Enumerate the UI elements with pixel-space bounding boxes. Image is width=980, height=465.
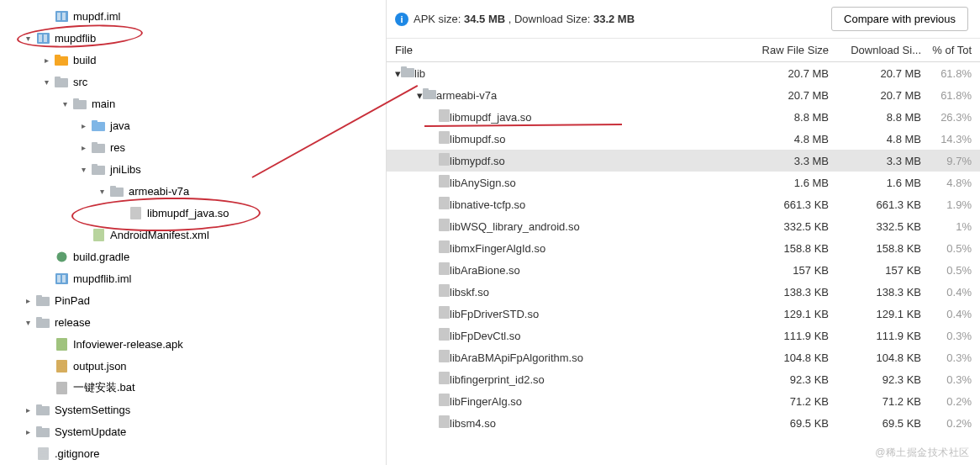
- module-icon: [54, 272, 69, 285]
- expander-icon[interactable]: ▾: [59, 99, 71, 108]
- tree-row[interactable]: libmupdf_java.so: [0, 202, 386, 224]
- file-name: libfingerprint_id2.so: [450, 373, 545, 386]
- expander-icon[interactable]: ▸: [77, 143, 89, 152]
- table-row[interactable]: libnative-tcfp.so661.3 KB661.3 KB1.9%: [387, 193, 980, 215]
- tree-row[interactable]: ▾jniLibs: [0, 158, 386, 180]
- svg-rect-42: [58, 365, 66, 367]
- svg-rect-39: [58, 346, 63, 347]
- svg-rect-98: [440, 311, 448, 313]
- tree-row[interactable]: ▾release: [0, 311, 386, 333]
- tree-row[interactable]: ▾armeabi-v7a: [0, 180, 386, 202]
- tree-row[interactable]: ▸SystemSettings: [0, 399, 386, 420]
- svg-rect-95: [440, 292, 445, 293]
- expander-icon[interactable]: ▾: [22, 318, 34, 327]
- col-file-header[interactable]: File: [387, 44, 751, 56]
- tree-item-label: SystemUpdate: [55, 425, 126, 438]
- expander-icon[interactable]: ▾: [417, 89, 423, 102]
- svg-rect-83: [440, 226, 445, 228]
- table-row[interactable]: libWSQ_library_android.so332.5 KB332.5 K…: [387, 215, 980, 237]
- tree-row[interactable]: ▸build: [0, 49, 386, 71]
- table-row[interactable]: libAraBMApiFpAlgorithm.so104.8 KB104.8 K…: [387, 346, 980, 368]
- svg-rect-91: [440, 270, 445, 272]
- expander-icon[interactable]: ▸: [22, 405, 34, 415]
- tree-row[interactable]: Infoviewer-release.apk: [0, 333, 386, 355]
- table-row[interactable]: libfingerprint_id2.so92.3 KB92.3 KB0.3%: [387, 368, 980, 390]
- svg-rect-38: [58, 343, 66, 345]
- raw-size: 129.1 KB: [751, 308, 834, 320]
- tree-row[interactable]: ▾main: [0, 92, 386, 114]
- table-row[interactable]: libFpDevCtl.so111.9 KB111.9 KB0.3%: [387, 325, 980, 346]
- tree-row[interactable]: output.json: [0, 355, 386, 377]
- svg-rect-69: [440, 156, 448, 157]
- expander-icon[interactable]: ▾: [96, 187, 108, 196]
- expander-icon[interactable]: ▾: [22, 34, 34, 43]
- svg-rect-30: [57, 275, 61, 283]
- download-size: 1.6 MB: [834, 177, 926, 189]
- folder-icon: [35, 315, 50, 329]
- file-icon: [54, 337, 69, 351]
- col-raw-header[interactable]: Raw File Size: [751, 44, 834, 56]
- svg-rect-101: [440, 330, 448, 332]
- tree-row[interactable]: 一键安装.bat: [0, 377, 386, 399]
- file-name: libAraBMApiFpAlgorithm.so: [450, 351, 583, 364]
- tree-row[interactable]: build.gradle: [0, 246, 386, 267]
- project-tree[interactable]: mupdf.iml▾mupdflib▸build▾src▾main▸java▸r…: [0, 0, 387, 465]
- expander-icon[interactable]: ▸: [77, 121, 89, 130]
- tree-item-label: jniLibs: [110, 163, 141, 176]
- table-row[interactable]: libAnySign.so1.6 MB1.6 MB4.8%: [387, 172, 980, 193]
- compare-button[interactable]: Compare with previous: [831, 7, 968, 31]
- svg-rect-46: [58, 387, 66, 388]
- svg-rect-19: [110, 186, 116, 189]
- svg-rect-21: [132, 209, 140, 211]
- svg-rect-70: [440, 158, 448, 160]
- expander-icon[interactable]: ▾: [40, 77, 52, 87]
- expander-icon[interactable]: ▸: [22, 427, 34, 436]
- folder-icon: [35, 403, 50, 416]
- table-row[interactable]: libAraBione.so157 KB157 KB0.5%: [387, 259, 980, 281]
- svg-rect-61: [440, 112, 448, 114]
- folder-icon: [91, 140, 106, 154]
- expander-icon[interactable]: ▸: [22, 296, 34, 305]
- table-row[interactable]: ▾armeabi-v7a20.7 MB20.7 MB61.8%: [387, 84, 980, 106]
- table-row[interactable]: libmypdf.so3.3 MB3.3 MB9.7%: [387, 150, 980, 172]
- svg-rect-49: [36, 404, 42, 408]
- table-row[interactable]: libFpDriverSTD.so129.1 KB129.1 KB0.4%: [387, 303, 980, 325]
- svg-rect-57: [401, 66, 407, 70]
- tree-row[interactable]: ▾src: [0, 71, 386, 92]
- tree-row[interactable]: ▸java: [0, 114, 386, 136]
- file-name: libmupdf_java.so: [450, 111, 532, 124]
- tree-row[interactable]: mupdflib.iml: [0, 267, 386, 289]
- tree-row[interactable]: ▸PinPad: [0, 289, 386, 311]
- table-row[interactable]: ▾lib20.7 MB20.7 MB61.8%: [387, 62, 980, 84]
- table-row[interactable]: libFingerAlg.so71.2 KB71.2 KB0.2%: [387, 390, 980, 412]
- download-size: 104.8 KB: [834, 351, 926, 364]
- percent: 0.2%: [926, 395, 980, 408]
- tree-row[interactable]: mupdf.iml: [0, 5, 386, 27]
- svg-rect-41: [58, 362, 66, 364]
- tree-row[interactable]: ▸SystemUpdate: [0, 420, 386, 442]
- tree-row[interactable]: .gitignore: [0, 442, 386, 464]
- file-name: libFpDriverSTD.so: [450, 308, 539, 320]
- table-row[interactable]: libskf.so138.3 KB138.3 KB0.4%: [387, 281, 980, 303]
- download-size-value: 33.2 MB: [593, 13, 635, 25]
- tree-row[interactable]: ▸res: [0, 136, 386, 158]
- tree-item-label: src: [73, 76, 87, 88]
- svg-rect-119: [440, 423, 445, 425]
- tree-item-label: mupdf.iml: [73, 10, 120, 23]
- expander-icon[interactable]: ▾: [77, 165, 89, 174]
- col-pct-header[interactable]: % of Tot: [926, 44, 980, 56]
- tree-item-label: output.json: [73, 360, 127, 373]
- expander-icon[interactable]: ▾: [395, 67, 401, 80]
- table-row[interactable]: libmupdf.so4.8 MB4.8 MB14.3%: [387, 128, 980, 150]
- file-name: libmxFingerAlgId.so: [450, 242, 545, 255]
- download-size: 69.5 KB: [834, 417, 926, 430]
- table-row[interactable]: libmupdf_java.so8.8 MB8.8 MB26.3%: [387, 106, 980, 128]
- download-size: 158.8 KB: [834, 242, 926, 255]
- file-icon: [439, 109, 450, 124]
- table-row[interactable]: libsm4.so69.5 KB69.5 KB0.2%: [387, 412, 980, 434]
- tree-row[interactable]: AndroidManifest.xml: [0, 224, 386, 246]
- tree-row[interactable]: ▾mupdflib: [0, 27, 386, 49]
- col-dl-header[interactable]: Download Si...: [834, 44, 926, 56]
- table-row[interactable]: libmxFingerAlgId.so158.8 KB158.8 KB0.5%: [387, 237, 980, 259]
- expander-icon[interactable]: ▸: [40, 55, 52, 65]
